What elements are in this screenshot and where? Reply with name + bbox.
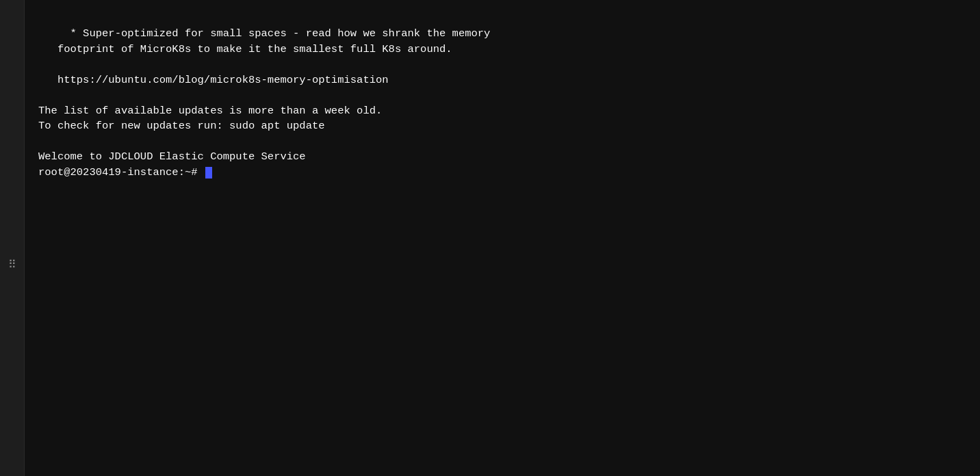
terminal-cursor <box>205 167 212 178</box>
terminal-output[interactable]: * Super-optimized for small spaces - rea… <box>25 0 980 476</box>
sidebar-panel: ⠿ <box>0 0 25 476</box>
terminal-window: ⠿ * Super-optimized for small spaces - r… <box>0 0 980 476</box>
bullet-line-1: * Super-optimized for small spaces - rea… <box>38 27 490 178</box>
sidebar-dots-icon: ⠿ <box>8 260 16 271</box>
